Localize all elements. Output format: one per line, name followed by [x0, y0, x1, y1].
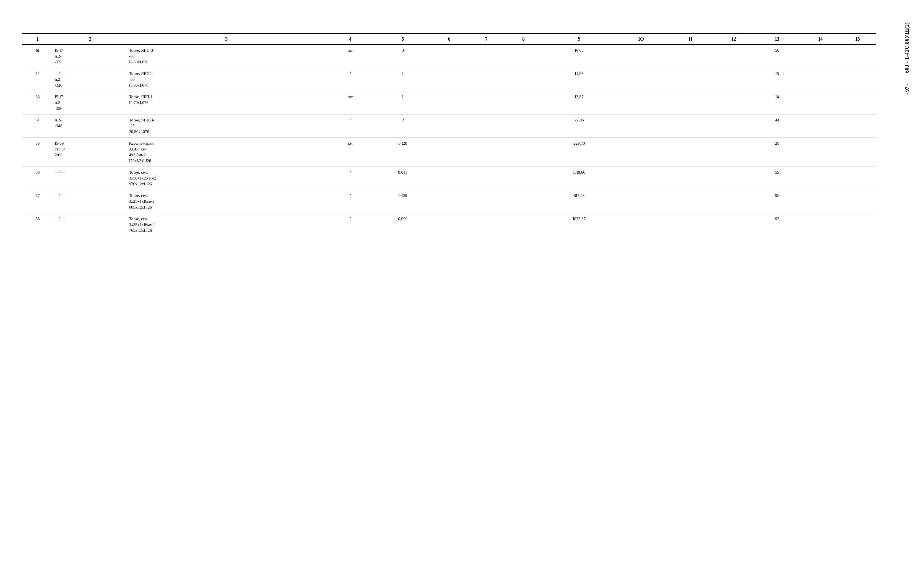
cell-num: 68 — [22, 213, 53, 236]
table-header-row: I 2 3 4 5 6 7 8 9 IO II I2 I3 I4 I5 — [22, 34, 876, 45]
cell-col14 — [802, 45, 839, 68]
cell-col13: 50 — [752, 45, 802, 68]
cell-col7 — [468, 115, 505, 138]
header-col8: 8 — [505, 34, 542, 45]
header-col7: 7 — [468, 34, 505, 45]
table-row: 68—"—То же, сеч. 3х35+1хI6мм2 765хI,2хI,… — [22, 213, 876, 236]
cell-col5: 3 — [375, 45, 430, 68]
cell-col5: 2 — [375, 115, 430, 138]
cell-col13: 28 — [752, 138, 802, 167]
cell-col8 — [505, 213, 542, 236]
header-col5: 5 — [375, 34, 430, 45]
cell-col11 — [666, 45, 715, 68]
cell-num: 65 — [22, 138, 53, 167]
cell-col4: " — [325, 167, 375, 190]
cell-col15 — [839, 91, 876, 115]
cell-col12 — [715, 91, 752, 115]
cell-col10 — [616, 190, 666, 213]
cell-col12 — [715, 190, 752, 213]
cell-col11 — [666, 190, 715, 213]
cell-col12 — [715, 167, 752, 190]
cell-col15 — [839, 115, 876, 138]
cell-col14 — [802, 68, 839, 91]
cell-col8 — [505, 190, 542, 213]
cell-col13: I5 — [752, 68, 802, 91]
cell-col5: 0,090 — [375, 213, 430, 236]
cell-col3: То же, ЯВП-3- -60 I6,50хI,076 — [127, 45, 325, 68]
cell-col3: То же, ЯВШЗ- -25 20,50хI,076 — [127, 115, 325, 138]
cell-col10 — [616, 68, 666, 91]
page-container: 603 - 1-41С.86УШ(2) - 97 - I 2 3 4 5 6 7… — [0, 0, 915, 588]
header-col11: II — [666, 34, 715, 45]
cell-col9: I033,67 — [542, 213, 616, 236]
cell-col5: 0,045 — [375, 167, 430, 190]
cell-col11 — [666, 138, 715, 167]
cell-col8 — [505, 115, 542, 138]
cell-col5: 0,I20 — [375, 138, 430, 167]
cell-col9: 22,06 — [542, 115, 616, 138]
side-label-bottom: - 97 - — [904, 84, 910, 95]
header-col3: 3 — [127, 34, 325, 45]
cell-col9: I4,96 — [542, 68, 616, 91]
cell-col4: " — [325, 115, 375, 138]
cell-col13: I4 — [752, 91, 802, 115]
cell-col3: То же, сеч. 3х25+1хI6мм2 605хI,2хI,I26 — [127, 190, 325, 213]
header-col2: 2 — [53, 34, 128, 45]
cell-col12 — [715, 68, 752, 91]
header-col4: 4 — [325, 34, 375, 45]
cell-col6 — [431, 68, 468, 91]
cell-col9: I6,68 — [542, 45, 616, 68]
cell-col13: 44 — [752, 115, 802, 138]
cell-col14 — [802, 138, 839, 167]
cell-col11 — [666, 115, 715, 138]
cell-col2: —"— — [53, 213, 128, 236]
cell-col7 — [468, 213, 505, 236]
cell-col6 — [431, 91, 468, 115]
cell-col6 — [431, 213, 468, 236]
table-row: 67—"—То же, сеч. 3х25+1хI6мм2 605хI,2хI,… — [22, 190, 876, 213]
cell-col4: шт — [325, 91, 375, 115]
cell-col7 — [468, 167, 505, 190]
cell-col7 — [468, 138, 505, 167]
cell-col13: 59 — [752, 167, 802, 190]
cell-col14 — [802, 213, 839, 236]
cell-num: 62 — [22, 68, 53, 91]
cell-col3: То же, сеч. 3х35+1хI6мм2 765хI,2хI,I26 — [127, 213, 325, 236]
cell-col8 — [505, 167, 542, 190]
main-table: I 2 3 4 5 6 7 8 9 IO II I2 I3 I4 I5 6II5… — [22, 33, 876, 236]
table-row: 63I5-I7 п.2- -336То же, ЯБП-I I2,70хI,07… — [22, 91, 876, 115]
cell-col12 — [715, 45, 752, 68]
cell-col3: То же, ЯБП-I I2,70хI,076 — [127, 91, 325, 115]
cell-col12 — [715, 138, 752, 167]
side-text-right: 603 - 1-41С.86УШ(2) - 97 - — [904, 22, 910, 566]
table-row: 6II5-I7 п.2- -32IТо же, ЯВП-3- -60 I6,50… — [22, 45, 876, 68]
header-col12: I2 — [715, 34, 752, 45]
cell-col12 — [715, 115, 752, 138]
cell-col8 — [505, 91, 542, 115]
cell-col4: " — [325, 68, 375, 91]
table-row: 64п.2- -348То же, ЯВШЗ- -25 20,50хI,076"… — [22, 115, 876, 138]
cell-col3: То же, ЯВП2- -60 I3,90хI,076 — [127, 68, 325, 91]
cell-col13: 98 — [752, 190, 802, 213]
cell-col15 — [839, 138, 876, 167]
cell-col6 — [431, 115, 468, 138]
side-label-top: 603 - 1-41С.86УШ(2) — [904, 22, 910, 73]
cell-col12 — [715, 213, 752, 236]
table-row: 66—"—То же, сеч. 3х50+1х25 мм2 970хI,2хI… — [22, 167, 876, 190]
cell-num: 64 — [22, 115, 53, 138]
table-row: 65I5-09 стр.54 20%Кабели марки АВВГ сеч.… — [22, 138, 876, 167]
cell-col10 — [616, 115, 666, 138]
cell-col2: I5-I7 п.2- -32I — [53, 45, 128, 68]
cell-col15 — [839, 190, 876, 213]
cell-col3: То же, сеч. 3х50+1х25 мм2 970хI,2хI,I26 — [127, 167, 325, 190]
cell-col14 — [802, 190, 839, 213]
cell-col2: I5-I7 п.2- -336 — [53, 91, 128, 115]
header-col9: 9 — [542, 34, 616, 45]
cell-col6 — [431, 190, 468, 213]
cell-col14 — [802, 115, 839, 138]
header-col10: IO — [616, 34, 666, 45]
cell-col15 — [839, 45, 876, 68]
cell-col14 — [802, 167, 839, 190]
cell-col11 — [666, 68, 715, 91]
cell-col4: " — [325, 213, 375, 236]
